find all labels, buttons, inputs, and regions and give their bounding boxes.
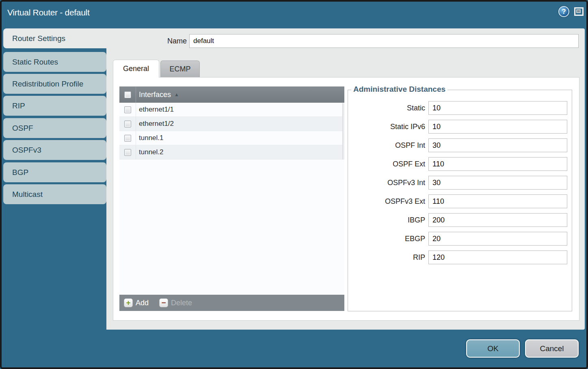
sidebar-item-ospfv3[interactable]: OSPFv3 xyxy=(3,140,106,160)
administrative-distances-legend: Administrative Distances xyxy=(351,85,447,94)
tab-ecmp[interactable]: ECMP xyxy=(160,60,200,78)
ebgp-label: EBGP xyxy=(348,235,425,243)
sidebar-item-redistribution-profile[interactable]: Redistribution Profile xyxy=(3,74,106,94)
field-row: RIP xyxy=(348,250,572,264)
field-row: Static IPv6 xyxy=(348,120,572,134)
static-ipv6-label: Static IPv6 xyxy=(348,123,425,131)
field-row: OSPF Ext xyxy=(348,157,572,171)
ospfv3-int-label: OSPFv3 Int xyxy=(348,179,425,187)
administrative-distances-fields: Static Static IPv6 OSPF Int OSPF Ext OSP… xyxy=(348,101,572,269)
ibgp-input[interactable] xyxy=(428,213,567,227)
sidebar-item-bgp[interactable]: BGP xyxy=(3,162,106,182)
interfaces-table-body: ethernet1/1 ethernet1/2 tunnel.1 tunnel.… xyxy=(119,103,344,295)
ospf-ext-input[interactable] xyxy=(428,157,567,171)
field-row: OSPF Int xyxy=(348,138,572,152)
administrative-distances-fieldset: Administrative Distances Static Static I… xyxy=(348,90,572,311)
row-checkbox-cell xyxy=(119,117,136,131)
ospfv3-ext-input[interactable] xyxy=(428,194,567,208)
field-row: IBGP xyxy=(348,213,572,227)
rip-label: RIP xyxy=(348,253,425,262)
interfaces-table-header[interactable]: Interfaces ▲ xyxy=(119,86,344,103)
interface-name: ethernet1/2 xyxy=(139,120,174,128)
cancel-button[interactable]: Cancel xyxy=(525,339,579,358)
delete-button[interactable]: − Delete xyxy=(159,298,192,307)
row-checkbox-cell xyxy=(119,131,136,145)
interface-name: ethernet1/1 xyxy=(139,106,174,114)
table-row[interactable]: ethernet1/1 xyxy=(119,103,344,117)
tab-general[interactable]: General xyxy=(113,60,159,78)
interfaces-table: Interfaces ▲ ethernet1/1 ethernet1/2 tun… xyxy=(119,86,344,311)
interface-name: tunnel.2 xyxy=(139,148,164,156)
sidebar-item-ospf[interactable]: OSPF xyxy=(3,118,106,138)
row-checkbox-cell xyxy=(119,145,136,159)
title-bar: Virtual Router - default ? xyxy=(0,0,588,28)
ospfv3-int-input[interactable] xyxy=(428,176,567,190)
name-label: Name xyxy=(154,37,187,45)
interface-name: tunnel.1 xyxy=(139,134,164,142)
name-input[interactable] xyxy=(189,34,579,48)
add-button[interactable]: + Add xyxy=(124,298,149,307)
restore-window-icon[interactable] xyxy=(574,7,584,16)
restore-window-icon-inner xyxy=(576,9,581,13)
table-row[interactable]: ethernet1/2 xyxy=(119,117,344,131)
table-row[interactable]: tunnel.1 xyxy=(119,131,344,145)
rip-input[interactable] xyxy=(428,250,567,264)
sidebar-item-static-routes[interactable]: Static Routes xyxy=(3,52,106,72)
sort-ascending-icon: ▲ xyxy=(174,92,179,97)
dialog-title: Virtual Router - default xyxy=(7,8,90,17)
ospf-ext-label: OSPF Ext xyxy=(348,160,425,168)
help-icon[interactable]: ? xyxy=(558,6,569,17)
ospf-int-label: OSPF Int xyxy=(348,141,425,150)
row-checkbox[interactable] xyxy=(124,149,131,156)
field-row: OSPFv3 Int xyxy=(348,176,572,190)
static-label: Static xyxy=(348,104,425,112)
field-row: OSPFv3 Ext xyxy=(348,194,572,208)
row-checkbox[interactable] xyxy=(124,135,131,142)
sidebar-item-multicast[interactable]: Multicast xyxy=(3,184,106,204)
table-row[interactable]: tunnel.2 xyxy=(119,145,344,160)
ibgp-label: IBGP xyxy=(348,216,425,224)
row-checkbox[interactable] xyxy=(124,106,131,113)
static-input[interactable] xyxy=(428,101,567,115)
sidebar-item-rip[interactable]: RIP xyxy=(3,96,106,116)
select-all-checkbox[interactable] xyxy=(124,91,131,98)
table-scrollbar[interactable] xyxy=(342,103,344,160)
row-checkbox-cell xyxy=(119,103,136,117)
ospfv3-ext-label: OSPFv3 Ext xyxy=(348,197,425,206)
add-plus-icon: + xyxy=(124,298,133,307)
ospf-int-input[interactable] xyxy=(428,138,567,152)
interfaces-column-header: Interfaces xyxy=(139,91,171,99)
ok-button[interactable]: OK xyxy=(466,339,520,358)
select-all-cell xyxy=(119,86,136,103)
field-row: Static xyxy=(348,101,572,115)
delete-button-label: Delete xyxy=(171,299,192,307)
interfaces-table-footer: + Add − Delete xyxy=(119,295,344,311)
general-tab-panel: Interfaces ▲ ethernet1/1 ethernet1/2 tun… xyxy=(113,77,579,321)
static-ipv6-input[interactable] xyxy=(428,120,567,134)
delete-minus-icon: − xyxy=(159,298,168,307)
field-row: EBGP xyxy=(348,232,572,246)
add-button-label: Add xyxy=(136,299,149,307)
sidebar-item-router-settings[interactable]: Router Settings xyxy=(3,28,106,48)
ebgp-input[interactable] xyxy=(428,232,567,246)
row-checkbox[interactable] xyxy=(124,121,131,127)
